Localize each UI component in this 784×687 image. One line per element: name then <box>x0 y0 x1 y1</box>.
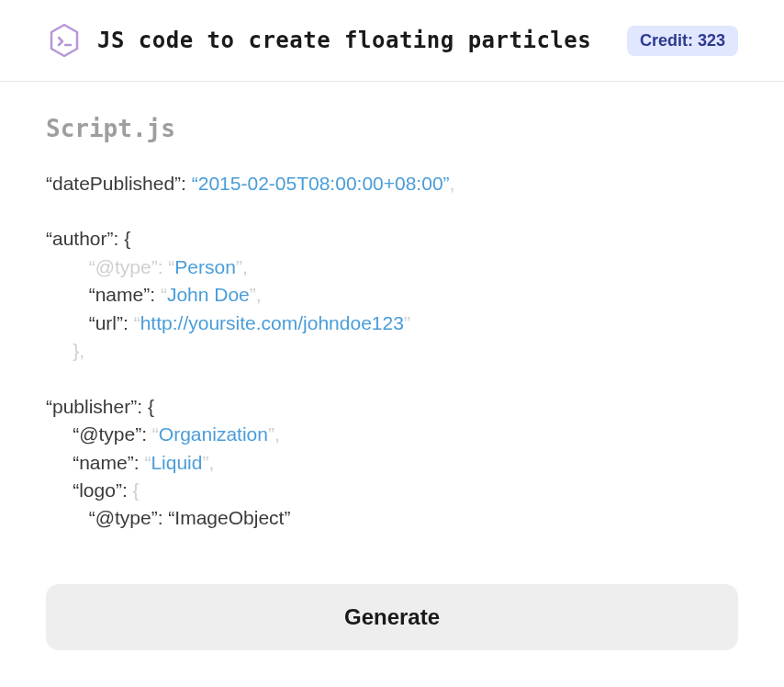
credit-badge: Credit: 323 <box>627 26 738 56</box>
code-line: “name”: “John Doe”, <box>46 281 738 309</box>
code-line: “author”: { <box>46 225 738 253</box>
code-line: “datePublished”: “2015-02-05T08:00:00+08… <box>46 170 738 197</box>
code-line: “@type”: “Person”, <box>46 253 738 281</box>
generate-button[interactable]: Generate <box>46 584 738 650</box>
logo-icon <box>46 22 83 59</box>
code-line: “name”: “Liquid”, <box>46 449 738 477</box>
code-line: “logo”: { <box>46 477 738 504</box>
filename-label: Script.js <box>46 115 738 142</box>
code-line: “@type”: “ImageObject” <box>46 504 738 532</box>
code-line: “@type”: “Organization”, <box>46 421 738 448</box>
content-area: Script.js “datePublished”: “2015-02-05T0… <box>0 82 784 551</box>
code-line: “publisher”: { <box>46 393 738 421</box>
code-line: “url”: “http://yoursite.com/johndoe123” <box>46 310 738 337</box>
header: JS code to create floating particles Cre… <box>0 0 784 82</box>
code-block: “datePublished”: “2015-02-05T08:00:00+08… <box>46 170 738 533</box>
code-line: }, <box>46 337 738 365</box>
svg-marker-0 <box>51 25 77 56</box>
page-title: JS code to create floating particles <box>97 28 612 53</box>
